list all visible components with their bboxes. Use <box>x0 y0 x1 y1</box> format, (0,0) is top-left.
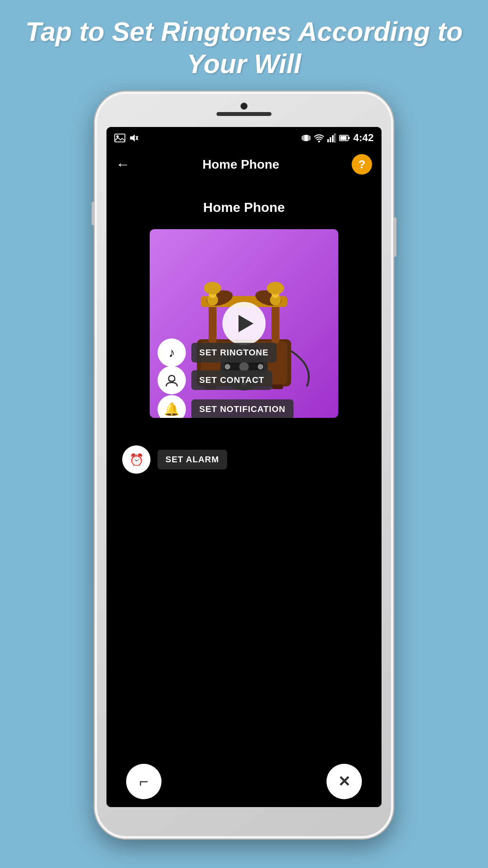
svg-rect-5 <box>304 135 308 141</box>
contact-icon <box>165 373 179 387</box>
power-button <box>393 217 396 257</box>
set-alarm-button[interactable]: SET ALARM <box>158 450 227 469</box>
time-display: 4:42 <box>353 132 374 144</box>
svg-rect-16 <box>340 136 347 140</box>
camera <box>240 103 248 110</box>
toolbar: ← Home Phone ? <box>106 149 382 180</box>
svg-point-41 <box>267 282 284 294</box>
ringtone-title: Home Phone <box>203 200 285 215</box>
image-icon <box>114 134 125 142</box>
status-bar: 4:42 <box>106 127 382 149</box>
svg-rect-13 <box>332 135 334 142</box>
notification-circle-btn[interactable]: 🔔 <box>158 395 186 418</box>
volume-button <box>92 202 95 225</box>
svg-rect-14 <box>334 134 336 142</box>
play-triangle <box>238 315 253 332</box>
contact-circle-btn[interactable] <box>158 366 186 394</box>
banner-title: Tap to Set Ringtones According to Your W… <box>0 0 488 92</box>
svg-rect-11 <box>327 139 329 142</box>
svg-rect-43 <box>272 384 283 389</box>
svg-point-40 <box>204 282 221 294</box>
svg-rect-45 <box>168 380 176 381</box>
phone-mockup: 4:42 ← Home Phone ? Home Phone <box>95 92 393 839</box>
set-contact-button[interactable]: SET CONTACT <box>191 370 272 390</box>
phone-frame: 4:42 ← Home Phone ? Home Phone <box>95 92 393 839</box>
set-notification-row: 🔔 SET NOTIFICATION <box>158 395 294 418</box>
help-button[interactable]: ? <box>352 154 372 175</box>
set-contact-row: SET CONTACT <box>158 366 272 394</box>
alarm-circle-btn[interactable]: ⏰ <box>122 445 150 474</box>
svg-rect-17 <box>349 137 350 139</box>
speaker <box>216 112 272 116</box>
set-ringtone-row: ♪ SET RINGTONE <box>158 338 277 367</box>
bottom-actions: ⌐ ✕ <box>118 764 370 803</box>
ringtone-circle-btn[interactable]: ♪ <box>158 338 186 367</box>
phone-top-area <box>216 103 272 116</box>
wifi-icon <box>314 134 324 142</box>
signal-icon <box>327 134 336 142</box>
set-alarm-row: ⏰ SET ALARM <box>122 445 227 474</box>
svg-rect-12 <box>330 137 331 142</box>
trim-button[interactable]: ⌐ <box>126 764 161 799</box>
back-button[interactable]: ← <box>116 156 130 173</box>
battery-icon <box>339 134 350 142</box>
set-ringtone-button[interactable]: SET RINGTONE <box>191 343 277 362</box>
status-icons-left <box>114 134 139 142</box>
set-notification-button[interactable]: SET NOTIFICATION <box>191 399 294 418</box>
svg-rect-0 <box>115 134 125 142</box>
close-button[interactable]: ✕ <box>327 764 362 799</box>
main-content: Home Phone <box>106 180 382 807</box>
vibrate-icon <box>301 134 311 142</box>
toolbar-title: Home Phone <box>202 157 279 172</box>
status-icons-right: 4:42 <box>301 132 374 144</box>
svg-marker-2 <box>130 134 135 142</box>
svg-point-10 <box>318 140 320 142</box>
phone-screen: 4:42 ← Home Phone ? Home Phone <box>106 127 382 807</box>
svg-point-1 <box>116 135 119 138</box>
image-section: ♪ SET RINGTONE <box>150 229 338 418</box>
mute-icon <box>129 134 139 142</box>
ringtone-image: ♪ SET RINGTONE <box>150 229 338 418</box>
